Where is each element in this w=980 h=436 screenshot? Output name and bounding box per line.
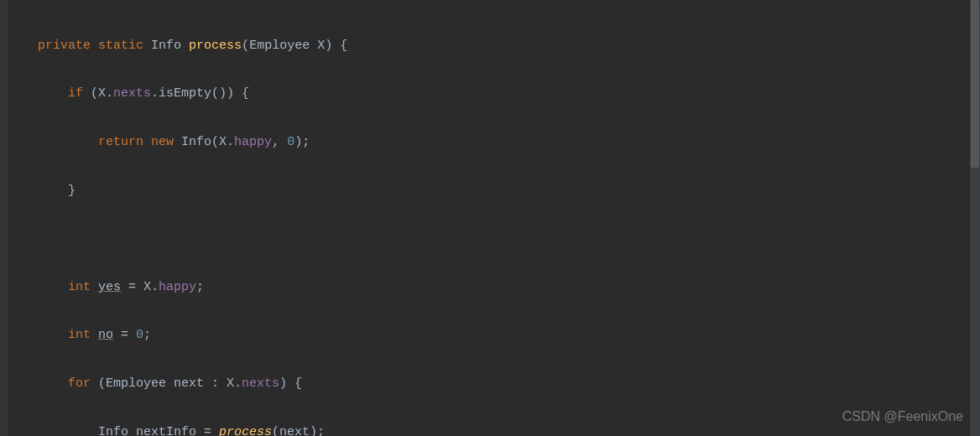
code-line [38, 227, 980, 252]
code-line: int yes = X.happy; [38, 276, 980, 300]
code-line: if (X.nexts.isEmpty()) { [38, 82, 980, 106]
code-line: int no = 0; [38, 324, 980, 348]
code-line: return new Info(X.happy, 0); [38, 131, 980, 155]
scrollbar-track[interactable] [970, 0, 980, 436]
code-content[interactable]: private static Info process(Employee X) … [8, 7, 980, 436]
scrollbar-thumb[interactable] [971, 0, 979, 168]
code-line: Info nextInfo = process(next); [38, 421, 980, 436]
code-line: private static Info process(Employee X) … [38, 34, 980, 59]
code-line: } [38, 179, 980, 204]
gutter [0, 0, 8, 436]
code-line: for (Employee next : X.nexts) { [38, 372, 980, 397]
code-editor[interactable]: private static Info process(Employee X) … [0, 0, 980, 436]
